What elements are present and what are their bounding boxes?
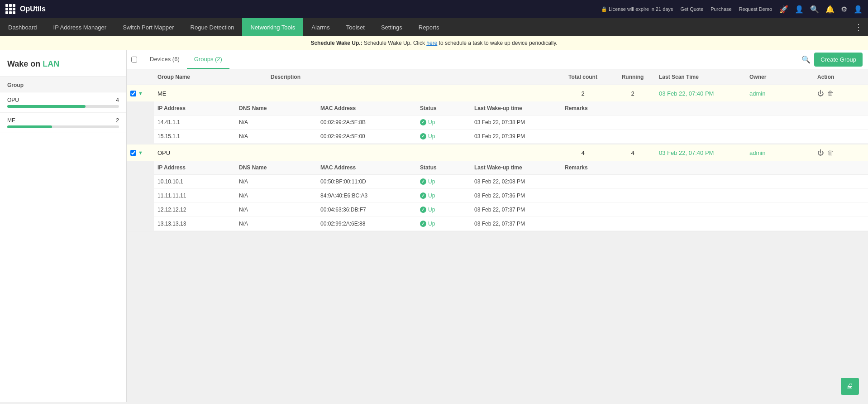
nav-networking-tools[interactable]: Networking Tools	[242, 18, 303, 36]
sidebar-group-count-opu: 4	[116, 97, 119, 103]
sub-mac-opu-3: 00:02:99:2A:6E:88	[317, 221, 416, 227]
nav-alarms[interactable]: Alarms	[303, 18, 338, 36]
user-icon[interactable]: 👤	[795, 5, 804, 14]
banner-text-after: to schedule a task to wake up device per…	[439, 40, 558, 46]
page-title: Wake on LAN	[0, 50, 126, 77]
rocket-icon[interactable]: 🚀	[779, 5, 788, 14]
request-demo-link[interactable]: Request Demo	[739, 6, 772, 12]
app-logo-area: OpUtils	[5, 4, 46, 14]
sidebar-bar-bg-me	[7, 125, 119, 128]
nav-dashboard[interactable]: Dashboard	[0, 18, 45, 36]
group-expand-me[interactable]: ▼	[127, 91, 154, 96]
top-bar-icons: 🚀 👤 🔍 🔔 ⚙ 👤	[779, 5, 863, 14]
group-action-opu: ⏻ 🗑	[814, 149, 868, 156]
nav-bar: Dashboard IP Address Manager Switch Port…	[0, 18, 868, 36]
sidebar-group-name-me: ME	[7, 117, 15, 124]
sub-th-status-opu: Status	[416, 164, 471, 171]
sub-dns-me-0: N/A	[235, 119, 317, 125]
select-all-checkbox[interactable]	[131, 57, 137, 63]
sub-ip-opu-0: 10.10.10.1	[154, 178, 235, 185]
th-owner: Owner	[746, 74, 814, 80]
tabs-left: Devices (6) Groups (2)	[131, 50, 229, 69]
group-header-opu[interactable]: ▼ OPU 4 4 03 Feb 22, 07:40 PM admin ⏻ 🗑	[127, 144, 868, 161]
content-area: Devices (6) Groups (2) 🔍 Create Group Gr…	[127, 50, 868, 402]
sub-wakeup-opu-0: 03 Feb 22, 02:08 PM	[471, 178, 561, 185]
title-accent: LAN	[43, 59, 59, 68]
app-name: OpUtils	[20, 5, 46, 13]
profile-icon[interactable]: 👤	[854, 5, 863, 14]
nav-ip-manager[interactable]: IP Address Manager	[45, 18, 115, 36]
settings-icon[interactable]: ⚙	[841, 5, 847, 14]
sub-dns-opu-2: N/A	[235, 207, 317, 213]
group-running-me: 2	[610, 90, 655, 97]
expand-arrow-me[interactable]: ▼	[138, 91, 143, 96]
sub-remarks-opu-3	[561, 221, 868, 227]
group-scan-me: 03 Feb 22, 07:40 PM	[655, 90, 746, 97]
group-checkbox-opu[interactable]	[130, 150, 136, 156]
sub-remarks-opu-0	[561, 178, 868, 185]
nav-switch-mapper[interactable]: Switch Port Mapper	[114, 18, 182, 36]
bell-icon[interactable]: 🔔	[825, 5, 835, 14]
sub-row-opu-2: 12.12.12.12 N/A 00:04:63:36:DB:F7 Up 03 …	[154, 203, 868, 217]
sub-th-dns: DNS Name	[235, 105, 317, 111]
create-group-button[interactable]: Create Group	[814, 53, 863, 67]
sub-status-opu-0: Up	[416, 178, 471, 185]
power-icon-me[interactable]: ⏻	[817, 90, 824, 97]
nav-more[interactable]: ⋮	[849, 22, 868, 32]
sub-row-me-0: 14.41.1.1 N/A 00:02:99:2A:5F:8B Up 03 Fe…	[154, 115, 868, 130]
sub-th-ip-opu: IP Address	[154, 164, 235, 171]
nav-settings[interactable]: Settings	[373, 18, 410, 36]
group-checkbox-me[interactable]	[130, 91, 136, 96]
sub-wakeup-opu-2: 03 Feb 22, 07:37 PM	[471, 207, 561, 213]
sub-table-me: IP Address DNS Name MAC Address Status L…	[154, 101, 868, 144]
sub-ip-opu-1: 11.11.11.11	[154, 192, 235, 199]
sidebar: Wake on LAN Group OPU 4 ME 2	[0, 50, 127, 402]
print-button[interactable]: 🖨	[841, 378, 859, 395]
tab-devices[interactable]: Devices (6)	[143, 50, 187, 69]
trash-icon-me[interactable]: 🗑	[827, 90, 834, 97]
search-button[interactable]: 🔍	[801, 55, 811, 64]
th-last-scan: Last Scan Time	[655, 74, 746, 80]
sub-ip-opu-3: 13.13.13.13	[154, 221, 235, 227]
purchase-link[interactable]: Purchase	[711, 6, 731, 12]
get-quote-link[interactable]: Get Quote	[680, 6, 703, 12]
sub-th-ip: IP Address	[154, 105, 235, 111]
sub-row-opu-1: 11.11.11.11 N/A 84:9A:40:E6:BC:A3 Up 03 …	[154, 189, 868, 203]
expand-arrow-opu[interactable]: ▼	[138, 150, 143, 155]
sub-ip-me-0: 14.41.1.1	[154, 119, 235, 125]
search-icon[interactable]: 🔍	[810, 5, 819, 14]
sub-row-opu-3: 13.13.13.13 N/A 00:02:99:2A:6E:88 Up 03 …	[154, 217, 868, 231]
sub-wakeup-me-1: 03 Feb 22, 07:39 PM	[471, 133, 561, 139]
sub-dns-opu-3: N/A	[235, 221, 317, 227]
group-row-opu: ▼ OPU 4 4 03 Feb 22, 07:40 PM admin ⏻ 🗑	[127, 144, 868, 232]
sidebar-bar-fill-me	[7, 125, 52, 128]
sub-ip-opu-2: 12.12.12.12	[154, 207, 235, 213]
sub-th-status: Status	[416, 105, 471, 111]
th-action: Action	[814, 74, 868, 80]
banner-link[interactable]: here	[426, 40, 437, 46]
tab-groups[interactable]: Groups (2)	[187, 50, 229, 69]
group-header-me[interactable]: ▼ ME 2 2 03 Feb 22, 07:40 PM admin ⏻ 🗑	[127, 85, 868, 101]
license-notice: 🔒 License will expire in 21 days	[601, 6, 673, 12]
sidebar-group-label: Group	[0, 77, 126, 92]
group-scan-opu: 03 Feb 22, 07:40 PM	[655, 149, 746, 156]
sidebar-item-opu[interactable]: OPU 4	[0, 92, 126, 113]
sub-mac-me-0: 00:02:99:2A:5F:8B	[317, 119, 416, 125]
sub-th-wakeup-opu: Last Wake-up time	[471, 164, 561, 171]
tabs-row: Devices (6) Groups (2) 🔍 Create Group	[127, 50, 868, 69]
sub-remarks-me-0	[561, 119, 868, 125]
group-owner-opu: admin	[746, 149, 814, 156]
nav-toolset[interactable]: Toolset	[338, 18, 373, 36]
sub-row-opu-0: 10.10.10.1 N/A 00:50:BF:00:11:0D Up 03 F…	[154, 175, 868, 189]
power-icon-opu[interactable]: ⏻	[817, 149, 824, 156]
sub-row-me-1: 15.15.1.1 N/A 00:02:99:2A:5F:00 Up 03 Fe…	[154, 130, 868, 144]
sub-mac-me-1: 00:02:99:2A:5F:00	[317, 133, 416, 139]
nav-rogue[interactable]: Rogue Detection	[182, 18, 243, 36]
sidebar-item-me[interactable]: ME 2	[0, 113, 126, 133]
group-expand-opu[interactable]: ▼	[127, 150, 154, 156]
nav-reports[interactable]: Reports	[410, 18, 448, 36]
sub-th-mac-opu: MAC Address	[317, 164, 416, 171]
trash-icon-opu[interactable]: 🗑	[827, 149, 834, 156]
sub-header-opu: IP Address DNS Name MAC Address Status L…	[154, 161, 868, 175]
sub-status-opu-3: Up	[416, 221, 471, 227]
